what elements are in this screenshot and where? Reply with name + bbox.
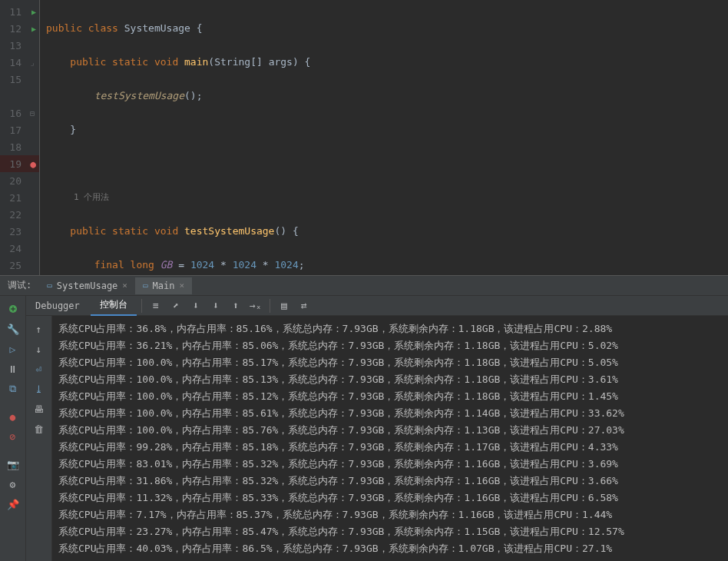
up-icon[interactable]: ↑ [26,319,51,339]
line-number: 23 [3,226,22,237]
debug-left-rail: 🔧 ▷ ⏸ ⧉ ● ⊘ 📷 ⚙ 📌 [0,296,26,561]
debug-panel-label: 调试: [0,279,39,292]
threads-icon[interactable]: ⇄ [295,297,313,315]
debug-tab-bar: 调试: ▭ SystemUsage × ▭ Main × [0,276,728,296]
debugger-subtab[interactable]: Debugger [26,297,89,314]
wrench-icon[interactable]: 🔧 [0,319,25,339]
fold-end-icon[interactable]: ⌟ [28,58,36,67]
line-number: 14 [3,57,22,68]
close-icon[interactable]: × [180,280,185,290]
console-line: 系统CPU占用率：100.0%，内存占用率：85.12%，系统总内存：7.93G… [58,388,722,405]
fold-start-icon[interactable]: ⊟ [28,109,36,118]
console-line: 系统CPU占用率：100.0%，内存占用率：85.61%，系统总内存：7.93G… [58,405,722,422]
console-line: 系统CPU占用率：23.27%，内存占用率：85.47%，系统总内存：7.93G… [58,523,722,540]
line-number: 19 [3,158,22,170]
console-line: 系统CPU占用率：100.0%，内存占用率：85.76%，系统总内存：7.93G… [58,422,722,439]
line-number: 12 [3,23,22,35]
clear-icon[interactable]: 🗑 [26,419,51,439]
step-down-icon[interactable]: ⬇ [187,297,205,315]
console-line: 系统CPU占用率：99.28%，内存占用率：85.18%，系统总内存：7.93G… [58,439,722,456]
console-toolbar: Debugger 控制台 ≡ ⬈ ⬇ ⬇ ⬆ →ₓ ▤ ⇄ [26,296,728,316]
pin-icon[interactable]: 📌 [0,494,25,514]
line-number: 15 [3,74,22,85]
print-icon[interactable]: 🖶 [26,399,51,419]
console-line: 系统CPU占用率：40.03%，内存占用率：86.5%，系统总内存：7.93GB… [58,540,722,557]
debug-config-tab[interactable]: ▭ SystemUsage × [39,277,135,294]
settings-icon[interactable]: ⚙ [0,474,25,494]
console-line: 系统CPU占用率：100.0%，内存占用率：85.13%，系统总内存：7.93G… [58,371,722,388]
line-number: 17 [3,124,22,136]
console-subtab[interactable]: 控制台 [91,296,137,316]
console-line: 系统CPU占用率：100.0%，内存占用率：85.17%，系统总内存：7.93G… [58,354,722,371]
usage-hint[interactable]: 1 个用法 [46,189,728,206]
code-content[interactable]: public class SystemUsage { public static… [40,0,728,275]
close-icon[interactable]: × [122,280,127,290]
code-editor: 11▶ 12▶ 13 14⌟ 15 16⊟ 17 18 19● 20 21 22… [0,0,728,275]
debug-panel: 调试: ▭ SystemUsage × ▭ Main × 🔧 ▷ ⏸ ⧉ ● ⊘… [0,275,728,561]
console-line: 系统CPU占用率：11.32%，内存占用率：85.33%，系统总内存：7.93G… [58,490,722,506]
run-config-icon: ▭ [143,280,148,290]
line-number: 24 [3,243,22,254]
run-gutter-icon[interactable]: ▶ [31,25,36,33]
line-number: 13 [3,40,22,51]
console-output[interactable]: 系统CPU占用率：36.8%，内存占用率：85.16%，系统总内存：7.93GB… [52,316,728,561]
debug-icon[interactable] [0,299,25,319]
view-breakpoints-icon[interactable]: ⧉ [0,379,25,399]
line-number: 22 [3,209,22,221]
step-into-icon[interactable]: ⬈ [167,297,185,315]
breakpoint-icon[interactable]: ● [30,158,36,170]
line-number: 18 [3,141,22,153]
run-config-icon: ▭ [47,280,52,290]
console-line: 系统CPU占用率：7.17%，内存占用率：85.37%，系统总内存：7.93GB… [58,506,722,523]
debug-tab-label: Main [153,280,175,291]
resume-icon[interactable]: ▷ [0,339,25,359]
run-to-cursor-icon[interactable]: →ₓ [247,297,265,315]
down-icon[interactable]: ↓ [26,339,51,359]
step-down-icon[interactable]: ⬇ [207,297,225,315]
debug-tab-label: SystemUsage [57,280,117,291]
line-number: 21 [3,192,22,204]
editor-gutter: 11▶ 12▶ 13 14⌟ 15 16⊟ 17 18 19● 20 21 22… [0,0,40,275]
debug-config-tab[interactable]: ▭ Main × [135,277,192,294]
console-line: 系统CPU占用率：36.8%，内存占用率：85.16%，系统总内存：7.93GB… [58,320,722,337]
run-gutter-icon[interactable]: ▶ [31,8,36,16]
frames-icon[interactable]: ▤ [275,297,293,315]
line-number: 20 [3,175,22,187]
step-over-icon[interactable]: ≡ [147,297,165,315]
step-out-icon[interactable]: ⬆ [227,297,245,315]
console-left-rail: ↑ ↓ ⏎ ⤓ 🖶 🗑 [26,316,52,561]
line-number: 25 [3,260,22,271]
camera-icon[interactable]: 📷 [0,454,25,474]
console-line: 系统CPU占用率：36.21%，内存占用率：85.06%，系统总内存：7.93G… [58,337,722,354]
mute-breakpoints-icon[interactable]: ● [0,407,25,427]
line-number: 16 [3,108,22,119]
disable-breakpoints-icon[interactable]: ⊘ [0,427,25,446]
scroll-end-icon[interactable]: ⤓ [26,379,51,399]
console-line: 系统CPU占用率：31.86%，内存占用率：85.32%，系统总内存：7.93G… [58,473,722,490]
console-line: 系统CPU占用率：83.01%，内存占用率：85.32%，系统总内存：7.93G… [58,456,722,473]
pause-icon[interactable]: ⏸ [0,359,25,379]
line-number: 11 [3,6,22,18]
soft-wrap-icon[interactable]: ⏎ [26,359,51,379]
